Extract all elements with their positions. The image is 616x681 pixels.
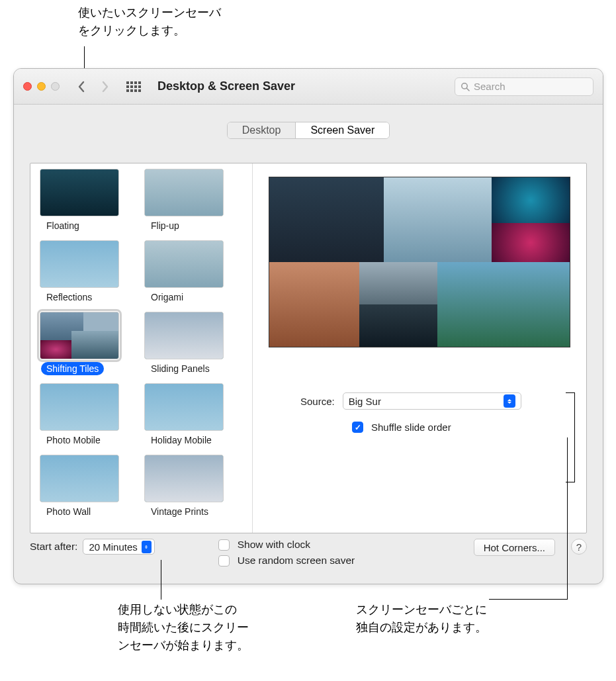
saver-item[interactable]: Sliding Panels <box>144 312 229 381</box>
source-select[interactable]: Big Sur <box>343 392 521 410</box>
saver-label: Reflections <box>41 291 97 304</box>
help-button[interactable]: ? <box>571 539 587 555</box>
callout-line <box>161 560 161 600</box>
saver-label: Floating <box>41 219 85 232</box>
saver-item[interactable]: Shifting Tiles <box>40 312 124 381</box>
traffic-lights <box>23 82 60 91</box>
show-clock-label: Show with clock <box>238 539 310 551</box>
start-after-select[interactable]: 20 Minutes <box>83 539 154 555</box>
callout-line <box>489 599 568 600</box>
saver-label: Holiday Mobile <box>146 433 217 447</box>
start-after-label: Start after: <box>30 539 77 555</box>
saver-item[interactable]: Photo Wall <box>40 455 124 523</box>
hot-corners-button[interactable]: Hot Corners... <box>474 539 555 556</box>
saver-label: Sliding Panels <box>146 362 215 375</box>
source-label: Source: <box>300 396 335 407</box>
saver-label: Origami <box>146 291 189 304</box>
saver-item[interactable]: Vintage Prints <box>144 455 229 523</box>
search-input[interactable]: Search <box>455 77 594 96</box>
bottom-bar: Start after: 20 Minutes Show with clock … <box>30 539 587 572</box>
show-clock-checkbox[interactable] <box>218 539 230 551</box>
minimize-button[interactable] <box>37 82 46 91</box>
callout-start-after: 使用しない状態がこの 時間続いた後にスクリー ンセーバが始まります。 <box>118 601 249 655</box>
random-saver-checkbox[interactable] <box>218 555 230 567</box>
saver-preview[interactable] <box>269 177 570 347</box>
select-arrows-icon <box>142 541 152 553</box>
saver-item[interactable]: Flip-up <box>144 169 229 238</box>
saver-thumb <box>40 169 119 216</box>
window-title: Desktop & Screen Saver <box>157 79 295 93</box>
source-value: Big Sur <box>349 396 381 407</box>
tab-bar: Desktop Screen Saver <box>14 105 603 151</box>
callout-options: スクリーンセーバごとに 独自の設定があります。 <box>356 601 487 637</box>
saver-thumb <box>40 455 119 502</box>
pane-body: FloatingFlip-upReflectionsOrigamiShiftin… <box>30 163 587 533</box>
callout-line <box>567 437 568 600</box>
saver-label: Flip-up <box>146 219 185 232</box>
tab-desktop[interactable]: Desktop <box>228 122 296 138</box>
saver-thumb <box>144 169 224 216</box>
saver-item[interactable]: Origami <box>144 240 229 309</box>
forward-button[interactable] <box>97 77 114 97</box>
saver-list[interactable]: FloatingFlip-upReflectionsOrigamiShiftin… <box>30 163 253 533</box>
show-all-button[interactable] <box>126 79 142 95</box>
saver-item[interactable]: Photo Mobile <box>40 383 124 452</box>
saver-thumb <box>40 312 119 359</box>
svg-line-1 <box>466 88 469 91</box>
saver-thumb <box>40 240 119 288</box>
start-after-value: 20 Minutes <box>89 541 137 553</box>
saver-label: Vintage Prints <box>146 505 214 518</box>
back-button[interactable] <box>73 77 90 97</box>
titlebar: Desktop & Screen Saver Search <box>14 69 603 105</box>
callout-select-saver: 使いたいスクリーンセーバ をクリックします。 <box>78 4 221 40</box>
saver-label: Shifting Tiles <box>41 362 104 375</box>
close-button[interactable] <box>23 82 32 91</box>
search-placeholder: Search <box>474 81 506 92</box>
saver-thumb <box>144 383 224 431</box>
shuffle-label: Shuffle slide order <box>371 422 451 433</box>
saver-thumb <box>144 312 224 359</box>
saver-item[interactable]: Holiday Mobile <box>144 383 229 452</box>
tab-screen-saver[interactable]: Screen Saver <box>295 122 389 138</box>
saver-label: Photo Mobile <box>41 433 106 447</box>
random-saver-label: Use random screen saver <box>238 555 355 567</box>
saver-thumb <box>144 240 224 288</box>
saver-thumb <box>40 383 119 431</box>
saver-label: Photo Wall <box>41 505 96 518</box>
saver-item[interactable]: Floating <box>40 169 124 238</box>
select-arrows-icon <box>504 394 515 408</box>
preview-pane: Source: Big Sur Shuffle slide order <box>253 163 586 533</box>
shuffle-checkbox[interactable] <box>352 422 363 433</box>
search-icon <box>461 82 470 91</box>
prefs-window: Desktop & Screen Saver Search Desktop Sc… <box>13 68 603 584</box>
saver-item[interactable]: Reflections <box>40 240 124 309</box>
saver-thumb <box>144 455 224 502</box>
zoom-button[interactable] <box>51 82 60 91</box>
